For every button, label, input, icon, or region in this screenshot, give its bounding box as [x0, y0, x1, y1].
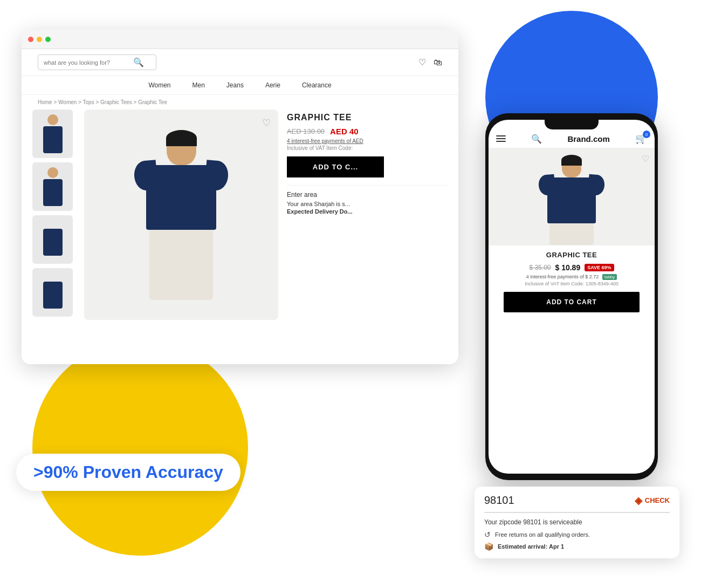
zipcode-card: 98101 ◈ CHECK Your zipcode 98101 is serv…: [475, 487, 679, 558]
desktop-browser-mockup: 🔍 ♡ 🛍 Women Men Jeans Aerie Clearance Ho…: [22, 30, 458, 364]
mobile-cart-icon[interactable]: 🛒 0: [635, 133, 647, 145]
mobile-price-row: $ 35.00 $ 10.89 SAVE 69%: [496, 263, 647, 272]
header-icons: ♡ 🛍: [418, 57, 442, 67]
product-details: GRAPHIC TEE AED 130.00 AED 40 4 interest…: [287, 110, 448, 320]
search-bar[interactable]: 🔍: [38, 54, 156, 70]
check-icon: ◈: [635, 495, 642, 507]
thumbnail-1[interactable]: [32, 110, 73, 158]
area-section: Enter area Your area Sharjah is s... Exp…: [287, 185, 448, 215]
thumbnail-column: [32, 110, 75, 320]
cart-count-badge: 0: [643, 131, 650, 138]
mobile-search-icon[interactable]: 🔍: [531, 134, 542, 144]
site-nav: Women Men Jeans Aerie Clearance: [22, 76, 458, 95]
returns-icon: ↺: [484, 530, 491, 539]
thumbnail-2[interactable]: [32, 162, 73, 211]
product-heart-icon[interactable]: ♡: [262, 117, 271, 129]
delivery-note: Expected Delivery Do...: [287, 208, 448, 215]
zip-input-row: 98101 ◈ CHECK: [484, 494, 670, 513]
site-header: 🔍 ♡ 🛍: [22, 49, 458, 76]
save-badge: SAVE 69%: [585, 264, 614, 271]
product-area: ♡ GRAPHIC TEE AED 130.00 AED: [22, 110, 458, 320]
area-note: Your area Sharjah is s...: [287, 201, 448, 207]
price-original: AED 130.00: [287, 127, 325, 135]
browser-dot-green: [45, 37, 51, 42]
breadcrumb: Home > Women > Tops > Graphic Tees > Gra…: [22, 95, 458, 110]
price-row: AED 130.00 AED 40: [287, 127, 448, 136]
nav-item-women[interactable]: Women: [148, 81, 170, 89]
nav-item-clearance[interactable]: Clearance: [302, 81, 332, 89]
mobile-installment: 4 interest-free payments of $ 2.72 tabby: [496, 274, 647, 280]
mobile-product-title: GRAPHIC TEE: [496, 251, 647, 259]
mobile-phone-mockup: 🔍 Brand.com 🛒 0 ♡ GRAPHIC: [485, 113, 658, 480]
mobile-screen: 🔍 Brand.com 🛒 0 ♡ GRAPHIC: [489, 120, 655, 474]
check-label: CHECK: [645, 496, 670, 504]
mobile-item-code: Inclusive of VAT Item Code: 1305-8349-40…: [496, 281, 647, 286]
mobile-product-image: ♡: [489, 148, 655, 245]
mobile-heart-icon[interactable]: ♡: [642, 154, 649, 164]
main-product-image: ♡: [84, 110, 278, 320]
search-icon[interactable]: 🔍: [133, 57, 144, 67]
mobile-header: 🔍 Brand.com 🛒 0: [489, 129, 655, 148]
mobile-price-sale: $ 10.89: [555, 263, 580, 272]
installment-text[interactable]: 4 interest-free payments of AED: [287, 138, 448, 144]
mobile-product-info: GRAPHIC TEE $ 35.00 $ 10.89 SAVE 69% 4 i…: [489, 245, 655, 318]
zip-arrival: 📦 Estimated arrival: Apr 1: [484, 542, 670, 551]
product-title: GRAPHIC TEE: [287, 113, 448, 122]
search-input[interactable]: [44, 59, 130, 66]
menu-line: [496, 141, 506, 142]
zip-input-value[interactable]: 98101: [484, 494, 514, 507]
vat-info: Inclusive of VAT Item Code:: [287, 145, 448, 151]
browser-dot-red: [28, 37, 33, 42]
box-icon: 📦: [484, 542, 493, 551]
add-to-cart-button-desktop[interactable]: ADD TO C...: [287, 156, 384, 177]
tabby-badge: tabby: [602, 274, 617, 280]
menu-line: [496, 138, 506, 139]
zip-serviceable-text: Your zipcode 98101 is serviceable: [484, 518, 670, 526]
free-returns-text: Free returns on all qualifying orders.: [495, 531, 590, 538]
thumbnail-3[interactable]: [32, 215, 73, 264]
mobile-menu-button[interactable]: [496, 135, 506, 142]
accuracy-text: >90% Proven Accuracy: [33, 462, 223, 482]
mobile-add-to-cart-button[interactable]: ADD TO CART: [504, 292, 640, 312]
nav-item-jeans[interactable]: Jeans: [226, 81, 244, 89]
check-button[interactable]: ◈ CHECK: [635, 495, 670, 507]
wishlist-icon[interactable]: ♡: [418, 57, 426, 67]
browser-bar: [22, 30, 458, 49]
browser-content: 🔍 ♡ 🛍 Women Men Jeans Aerie Clearance Ho…: [22, 49, 458, 320]
bg-circle-yellow: [32, 340, 248, 556]
menu-line: [496, 135, 506, 136]
mobile-price-original: $ 35.00: [529, 264, 551, 271]
accuracy-badge: >90% Proven Accuracy: [16, 454, 240, 491]
browser-dot-yellow: [37, 37, 42, 42]
nav-item-men[interactable]: Men: [193, 81, 205, 89]
estimated-arrival-text: Estimated arrival: Apr 1: [498, 543, 564, 550]
price-sale: AED 40: [330, 127, 359, 136]
cart-icon[interactable]: 🛍: [434, 58, 442, 67]
zip-free-returns: ↺ Free returns on all qualifying orders.: [484, 530, 670, 539]
area-label: Enter area: [287, 191, 448, 199]
mobile-notch: [545, 120, 599, 129]
mobile-brand-name: Brand.com: [567, 134, 609, 143]
thumbnail-4[interactable]: [32, 268, 73, 317]
nav-item-aerie[interactable]: Aerie: [265, 81, 280, 89]
